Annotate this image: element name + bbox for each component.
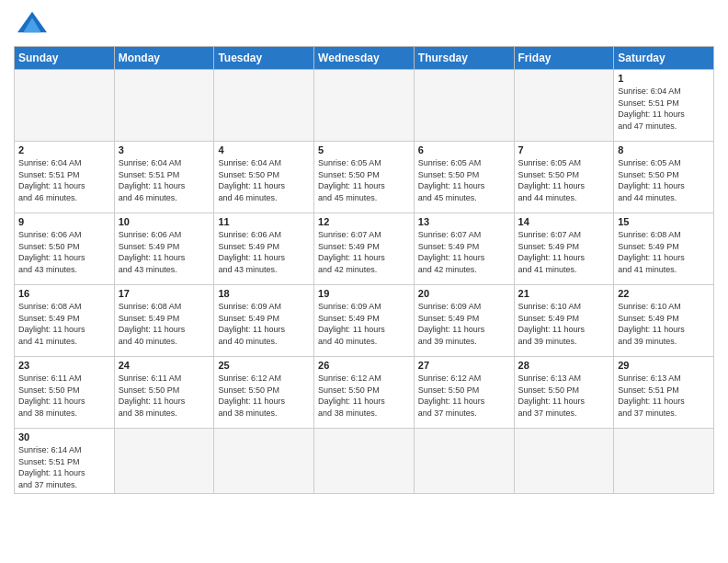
calendar-cell [614,429,714,494]
weekday-header-thursday: Thursday [414,47,514,70]
day-info: Sunrise: 6:06 AM Sunset: 5:49 PM Dayligh… [119,229,210,275]
page: SundayMondayTuesdayWednesdayThursdayFrid… [0,0,728,563]
header [14,9,714,39]
day-info: Sunrise: 6:05 AM Sunset: 5:50 PM Dayligh… [418,157,510,203]
calendar-cell [15,70,115,142]
day-number: 26 [318,360,410,371]
day-number: 25 [218,360,310,371]
day-info: Sunrise: 6:11 AM Sunset: 5:50 PM Dayligh… [18,373,110,419]
day-number: 3 [119,144,210,155]
calendar-cell [214,429,314,494]
calendar-cell: 26Sunrise: 6:12 AM Sunset: 5:50 PM Dayli… [314,357,415,429]
calendar-cell: 20Sunrise: 6:09 AM Sunset: 5:49 PM Dayli… [414,285,514,357]
day-number: 29 [618,360,710,371]
calendar-cell [314,429,415,494]
calendar-cell [514,70,614,142]
logo-icon [17,9,47,35]
calendar-cell [214,70,314,142]
day-info: Sunrise: 6:04 AM Sunset: 5:50 PM Dayligh… [218,157,310,203]
day-number: 12 [318,216,410,227]
day-number: 20 [418,288,510,299]
day-number: 24 [119,360,210,371]
day-info: Sunrise: 6:14 AM Sunset: 5:51 PM Dayligh… [18,444,110,490]
calendar-cell: 27Sunrise: 6:12 AM Sunset: 5:50 PM Dayli… [414,357,514,429]
calendar-cell [414,70,514,142]
calendar-cell: 17Sunrise: 6:08 AM Sunset: 5:49 PM Dayli… [114,285,214,357]
week-row-5: 23Sunrise: 6:11 AM Sunset: 5:50 PM Dayli… [15,357,714,429]
calendar-cell: 23Sunrise: 6:11 AM Sunset: 5:50 PM Dayli… [15,357,115,429]
calendar-cell: 4Sunrise: 6:04 AM Sunset: 5:50 PM Daylig… [214,142,314,213]
week-row-3: 9Sunrise: 6:06 AM Sunset: 5:50 PM Daylig… [15,213,714,285]
day-number: 6 [418,144,510,155]
weekday-header-saturday: Saturday [614,47,714,70]
week-row-4: 16Sunrise: 6:08 AM Sunset: 5:49 PM Dayli… [15,285,714,357]
calendar-cell: 19Sunrise: 6:09 AM Sunset: 5:49 PM Dayli… [314,285,415,357]
weekday-header-friday: Friday [514,47,614,70]
day-info: Sunrise: 6:07 AM Sunset: 5:49 PM Dayligh… [318,229,410,275]
calendar-cell: 7Sunrise: 6:05 AM Sunset: 5:50 PM Daylig… [514,142,614,213]
calendar-cell [414,429,514,494]
calendar-cell [314,70,415,142]
day-info: Sunrise: 6:07 AM Sunset: 5:49 PM Dayligh… [518,229,610,275]
day-info: Sunrise: 6:11 AM Sunset: 5:50 PM Dayligh… [119,373,210,419]
day-info: Sunrise: 6:13 AM Sunset: 5:51 PM Dayligh… [618,373,710,419]
day-number: 2 [18,144,110,155]
day-number: 27 [418,360,510,371]
day-number: 8 [618,144,710,155]
calendar-cell: 13Sunrise: 6:07 AM Sunset: 5:49 PM Dayli… [414,213,514,285]
week-row-2: 2Sunrise: 6:04 AM Sunset: 5:51 PM Daylig… [15,142,714,213]
day-number: 28 [518,360,610,371]
weekday-header-sunday: Sunday [15,47,115,70]
calendar-cell: 10Sunrise: 6:06 AM Sunset: 5:49 PM Dayli… [114,213,214,285]
day-number: 13 [418,216,510,227]
day-info: Sunrise: 6:12 AM Sunset: 5:50 PM Dayligh… [418,373,510,419]
day-number: 11 [218,216,310,227]
calendar-cell [514,429,614,494]
calendar-cell: 18Sunrise: 6:09 AM Sunset: 5:49 PM Dayli… [214,285,314,357]
calendar-cell: 16Sunrise: 6:08 AM Sunset: 5:49 PM Dayli… [15,285,115,357]
day-info: Sunrise: 6:05 AM Sunset: 5:50 PM Dayligh… [518,157,610,203]
calendar-cell: 29Sunrise: 6:13 AM Sunset: 5:51 PM Dayli… [614,357,714,429]
logo [14,13,47,39]
weekday-header-tuesday: Tuesday [214,47,314,70]
day-info: Sunrise: 6:09 AM Sunset: 5:49 PM Dayligh… [418,301,510,347]
day-number: 21 [518,288,610,299]
calendar-cell: 12Sunrise: 6:07 AM Sunset: 5:49 PM Dayli… [314,213,415,285]
day-info: Sunrise: 6:13 AM Sunset: 5:50 PM Dayligh… [518,373,610,419]
day-info: Sunrise: 6:04 AM Sunset: 5:51 PM Dayligh… [618,86,710,132]
day-number: 4 [218,144,310,155]
day-info: Sunrise: 6:04 AM Sunset: 5:51 PM Dayligh… [119,157,210,203]
calendar-cell [114,70,214,142]
calendar-cell: 14Sunrise: 6:07 AM Sunset: 5:49 PM Dayli… [514,213,614,285]
week-row-1: 1Sunrise: 6:04 AM Sunset: 5:51 PM Daylig… [15,70,714,142]
day-number: 23 [18,360,110,371]
weekday-header-wednesday: Wednesday [314,47,415,70]
day-number: 10 [119,216,210,227]
calendar-cell: 25Sunrise: 6:12 AM Sunset: 5:50 PM Dayli… [214,357,314,429]
day-number: 15 [618,216,710,227]
day-info: Sunrise: 6:06 AM Sunset: 5:49 PM Dayligh… [218,229,310,275]
calendar-cell: 30Sunrise: 6:14 AM Sunset: 5:51 PM Dayli… [15,429,115,494]
day-number: 19 [318,288,410,299]
day-number: 17 [119,288,210,299]
calendar-cell: 5Sunrise: 6:05 AM Sunset: 5:50 PM Daylig… [314,142,415,213]
day-info: Sunrise: 6:05 AM Sunset: 5:50 PM Dayligh… [618,157,710,203]
day-info: Sunrise: 6:05 AM Sunset: 5:50 PM Dayligh… [318,157,410,203]
day-number: 9 [18,216,110,227]
weekday-header-monday: Monday [114,47,214,70]
week-row-6: 30Sunrise: 6:14 AM Sunset: 5:51 PM Dayli… [15,429,714,494]
day-info: Sunrise: 6:09 AM Sunset: 5:49 PM Dayligh… [218,301,310,347]
calendar-cell: 1Sunrise: 6:04 AM Sunset: 5:51 PM Daylig… [614,70,714,142]
calendar: SundayMondayTuesdayWednesdayThursdayFrid… [14,46,714,494]
day-info: Sunrise: 6:04 AM Sunset: 5:51 PM Dayligh… [18,157,110,203]
day-number: 22 [618,288,710,299]
day-number: 30 [18,431,110,442]
day-number: 5 [318,144,410,155]
weekday-header-row: SundayMondayTuesdayWednesdayThursdayFrid… [15,47,714,70]
day-info: Sunrise: 6:08 AM Sunset: 5:49 PM Dayligh… [18,301,110,347]
day-number: 18 [218,288,310,299]
calendar-cell: 22Sunrise: 6:10 AM Sunset: 5:49 PM Dayli… [614,285,714,357]
calendar-cell: 8Sunrise: 6:05 AM Sunset: 5:50 PM Daylig… [614,142,714,213]
calendar-cell: 6Sunrise: 6:05 AM Sunset: 5:50 PM Daylig… [414,142,514,213]
calendar-cell: 2Sunrise: 6:04 AM Sunset: 5:51 PM Daylig… [15,142,115,213]
